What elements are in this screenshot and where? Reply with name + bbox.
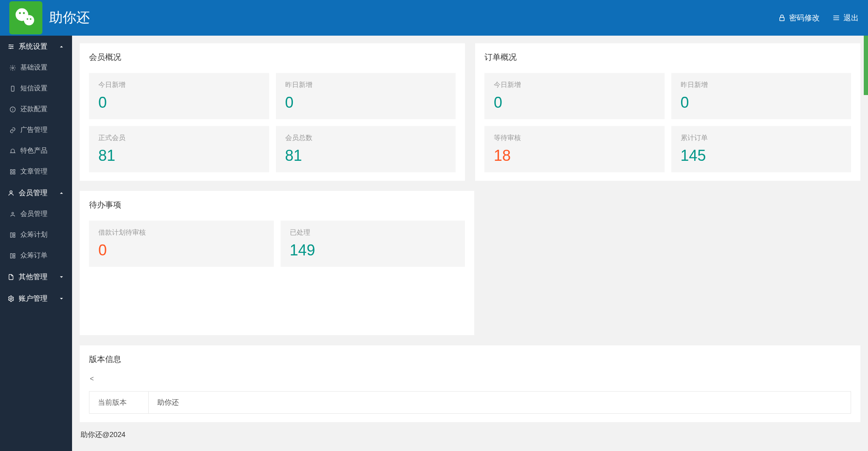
nav-item-repay-config[interactable]: 还款配置 [0, 99, 72, 120]
stat-value: 0 [98, 241, 264, 259]
nav-group-label: 其他管理 [19, 272, 47, 282]
nav-item-crowd-order[interactable]: 众筹订单 [0, 245, 72, 266]
nav-group-label: 系统设置 [19, 42, 47, 51]
caret-up-icon [58, 190, 64, 196]
version-label-cell: 当前版本 [89, 392, 149, 414]
nav-group-label: 会员管理 [19, 188, 47, 198]
nav-item-article-manage[interactable]: 文章管理 [0, 161, 72, 182]
stat-label: 昨日新增 [285, 81, 447, 90]
nav-item-label: 还款配置 [20, 105, 47, 114]
svg-rect-30 [13, 256, 15, 258]
app-logo [9, 1, 42, 34]
svg-rect-19 [11, 169, 12, 171]
nav-item-basic-settings[interactable]: 基础设置 [0, 57, 72, 78]
password-change-label: 密码修改 [789, 13, 820, 23]
scrollbar-indicator[interactable] [864, 36, 868, 95]
orders-title: 订单概况 [484, 52, 851, 63]
grid-icon [9, 168, 16, 175]
nav-item-ad-manage[interactable]: 广告管理 [0, 120, 72, 140]
version-card: 版本信息 < 当前版本 助你还 [80, 345, 860, 422]
header: 助你还 密码修改 退出 [0, 0, 868, 36]
orders-card: 订单概况 今日新增 0 昨日新增 0 等待审核 18 累计订 [475, 43, 860, 181]
password-change-link[interactable]: 密码修改 [778, 13, 820, 23]
nav-group-member-manage[interactable]: 会员管理 [0, 182, 72, 204]
nav-item-label: 广告管理 [20, 126, 47, 134]
caret-up-icon [58, 44, 64, 50]
svg-point-2 [23, 12, 25, 14]
sidebar: 系统设置 基础设置 短信设置 还款配置 广告管理 特色产品 文章管理 [0, 36, 72, 451]
link-icon [9, 127, 16, 134]
stat-value: 0 [681, 94, 842, 112]
nav-item-label: 会员管理 [20, 210, 47, 218]
svg-rect-20 [13, 169, 15, 171]
file-icon [8, 274, 14, 280]
lock-icon [778, 14, 786, 22]
stat-members-yesterday: 昨日新增 0 [276, 73, 456, 119]
stat-value: 145 [681, 147, 842, 165]
nav-item-sms-settings[interactable]: 短信设置 [0, 78, 72, 99]
nav-group-label: 账户管理 [19, 294, 47, 303]
nav-item-label: 文章管理 [20, 167, 47, 176]
footer-text: 助你还@2024 [80, 422, 860, 442]
app-title: 助你还 [49, 8, 90, 27]
svg-point-13 [9, 44, 11, 45]
stat-label: 借款计划待审核 [98, 228, 264, 237]
version-lt: < [90, 375, 851, 383]
stat-value: 0 [285, 94, 447, 112]
svg-rect-9 [833, 20, 839, 20]
version-title: 版本信息 [89, 354, 851, 365]
stat-members-formal: 正式会员 81 [89, 126, 269, 172]
layout-icon [9, 232, 16, 238]
stat-label: 等待审核 [494, 134, 655, 143]
bell-icon [9, 148, 16, 154]
svg-rect-17 [11, 86, 14, 91]
nav-item-featured-products[interactable]: 特色产品 [0, 140, 72, 161]
nav-item-label: 众筹计划 [20, 230, 47, 239]
nav-group-account-manage[interactable]: 账户管理 [0, 288, 72, 309]
stat-orders-pending: 等待审核 18 [484, 126, 665, 172]
layout-icon [9, 252, 16, 259]
stat-orders-total: 累计订单 145 [671, 126, 851, 172]
svg-rect-8 [833, 17, 839, 18]
stat-label: 会员总数 [285, 134, 447, 143]
nav-item-label: 基础设置 [20, 63, 47, 72]
svg-rect-28 [11, 253, 12, 258]
stat-orders-today: 今日新增 0 [484, 73, 665, 119]
sliders-icon [8, 43, 14, 50]
stat-value: 81 [285, 147, 447, 165]
caret-down-icon [58, 296, 64, 302]
stat-label: 正式会员 [98, 134, 260, 143]
svg-rect-10 [8, 45, 14, 45]
svg-rect-27 [13, 235, 15, 237]
svg-rect-6 [780, 17, 785, 21]
members-title: 会员概况 [89, 52, 456, 63]
svg-point-16 [12, 67, 14, 69]
members-card: 会员概况 今日新增 0 昨日新增 0 正式会员 81 会员总 [80, 43, 465, 181]
gear-icon [8, 295, 14, 302]
stat-orders-yesterday: 昨日新增 0 [671, 73, 851, 119]
logout-link[interactable]: 退出 [832, 13, 859, 23]
stat-value: 18 [494, 147, 655, 165]
todo-card: 待办事项 借款计划待审核 0 已处理 149 [80, 191, 474, 335]
stat-value: 81 [98, 147, 260, 165]
svg-rect-21 [11, 172, 12, 174]
svg-rect-7 [833, 16, 839, 17]
nav-item-label: 短信设置 [20, 84, 47, 93]
svg-rect-29 [13, 253, 15, 255]
stat-members-total: 会员总数 81 [276, 126, 456, 172]
nav-item-crowd-plan[interactable]: 众筹计划 [0, 224, 72, 245]
stat-members-today: 今日新增 0 [89, 73, 269, 119]
version-table: 当前版本 助你还 [89, 391, 851, 414]
stat-label: 今日新增 [494, 81, 655, 90]
stat-label: 累计订单 [681, 134, 842, 143]
nav-group-system-settings[interactable]: 系统设置 [0, 36, 72, 57]
nav-item-member-manage[interactable]: 会员管理 [0, 204, 72, 224]
svg-point-1 [19, 12, 21, 14]
mobile-icon [9, 85, 16, 92]
nav-group-other-manage[interactable]: 其他管理 [0, 266, 72, 288]
gear-icon [9, 64, 16, 71]
svg-rect-11 [8, 46, 14, 47]
nav-item-label: 特色产品 [20, 146, 47, 155]
svg-point-31 [10, 298, 12, 300]
svg-rect-22 [13, 172, 15, 174]
